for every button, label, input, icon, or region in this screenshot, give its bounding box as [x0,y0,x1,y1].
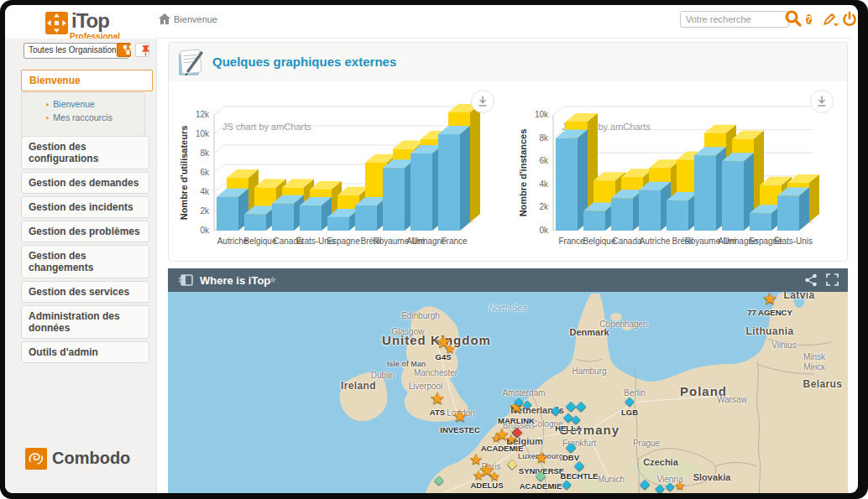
org-hierarchy-icon[interactable] [117,43,131,57]
map-marker-label: LGB [621,408,638,417]
sidebar-item[interactable]: Administration des données [21,305,149,339]
edit-menu-icon[interactable] [822,12,840,30]
map-markers-layer: North SeaEdinburghGlasgowUnited KingdomI… [168,292,848,493]
sidebar-item[interactable]: Gestion des incidents [21,196,149,218]
map-marker-diamond[interactable]: ◆ [656,482,665,493]
map-label: Czechia [643,457,678,468]
combodo-logo[interactable]: Combodo [25,446,151,471]
map-label: North Sea [489,304,526,314]
topbar-divider [156,38,851,39]
sidebar-item[interactable]: Gestion des configurations [21,136,149,169]
map-marker-label: INVESTEC [440,425,480,434]
sidebar-link-bienvenue[interactable]: Bienvenue [53,99,95,109]
svg-text:États-Unis: États-Unis [774,236,813,246]
map-marker-star[interactable]: ★ [675,480,686,491]
map-marker-diamond[interactable]: ◆ [507,457,517,470]
sidebar-item[interactable]: Gestion des demandes [21,172,149,194]
map-marker-diamond[interactable]: ◆ [562,478,572,490]
map-label: Germany [559,423,620,437]
map-marker-diamond[interactable]: ◆ [625,395,635,407]
svg-text:Canada: Canada [612,237,641,246]
svg-text:8k: 8k [200,148,210,158]
svg-text:Nombre d'utilisateurs: Nombre d'utilisateurs [179,126,189,221]
sidebar-item[interactable]: Gestion des changements [21,245,149,278]
map-marker-diamond[interactable]: ◆ [435,474,444,486]
sidebar-link-mes-raccourcis[interactable]: Mes raccourcis [53,112,112,122]
svg-text:8k: 8k [539,133,549,143]
map-panel: Where is iTop ★ [168,268,848,493]
fullscreen-icon[interactable] [826,273,839,289]
map-marker-diamond[interactable]: ◆ [512,425,522,439]
favorite-star-icon[interactable]: ★ [268,273,278,286]
svg-text:Autriche: Autriche [640,237,671,246]
map-marker-diamond[interactable]: ◆ [640,477,650,490]
charts-panel-header: Quelques graphiques externes [169,43,847,81]
map-label: Vilnius [771,340,796,351]
help-icon[interactable]: ? [806,13,812,26]
app-viewport: iTop Professional Bienvenue ? Toutes les… [5,5,858,493]
map-marker-diamond[interactable]: ◆ [515,396,523,407]
map-label: Minsk Мінск [803,352,825,372]
search-input[interactable] [680,11,789,28]
map-marker-diamond[interactable]: ◆ [572,413,580,424]
map-marker-star[interactable]: ★ [473,469,484,481]
map-label: Warsaw [717,395,747,405]
logoff-power-icon[interactable] [842,11,857,29]
home-icon[interactable] [159,13,170,28]
sidebar-item[interactable]: Gestion des services [21,281,149,303]
sidebar-item-bienvenue-active[interactable]: Bienvenue [21,70,153,91]
svg-text:12k: 12k [196,110,210,119]
map-marker-diamond[interactable]: ◆ [552,404,561,416]
help-question-glyph: ? [806,14,812,24]
breadcrumb: Bienvenue [174,14,217,24]
search-icon[interactable] [783,9,803,30]
map-marker-diamond[interactable]: ◆ [523,398,531,409]
chart-download-icon[interactable] [471,90,494,113]
sidebar-item[interactable]: Gestion des problèmes [21,221,149,242]
map-marker-star[interactable]: ★ [452,408,468,424]
svg-text:2k: 2k [539,202,549,211]
map-panel-title: Where is iTop [200,274,270,287]
map-marker-label: ACADEMIE [481,444,524,453]
chart-download-icon[interactable] [810,90,834,113]
map-marker-star[interactable]: ★ [430,390,445,407]
pin-menu-icon[interactable] [135,43,149,57]
map-label: Poland [680,384,727,398]
window-frame: iTop Professional Bienvenue ? Toutes les… [0,0,868,499]
map-marker-star[interactable]: ★ [491,433,501,444]
map-marker-star[interactable]: ★ [489,470,499,482]
chart-3d-columns-users[interactable]: 0k2k4k6k8k10k12kJS chart by amChartsNomb… [177,95,506,262]
itop-logo-text: iTop [71,9,109,33]
organization-select-value: Toutes les Organisations [29,45,121,55]
sidebar-item[interactable]: Outils d'admin [21,341,149,363]
map-marker-star[interactable]: ★ [762,292,777,307]
svg-text:Belgique: Belgique [583,237,616,246]
map-label: Munich [598,475,625,485]
map-label: Ireland [341,381,376,392]
map-label: Denmark [569,327,609,338]
map-marker-star[interactable]: ★ [535,450,548,465]
map-label: Dublin [371,371,395,381]
map-marker-diamond[interactable]: ◆ [566,440,576,453]
map-marker-diamond[interactable]: ◆ [536,469,546,481]
map-marker-diamond[interactable]: ◆ [574,459,584,471]
dashboard-icon[interactable] [178,274,193,289]
map-marker-diamond[interactable]: ◆ [666,481,674,491]
itop-logo[interactable]: iTop Professional [45,11,154,41]
map-label: Latvia [783,292,814,302]
map-label: Slovakia [693,472,731,483]
svg-text:Belgique: Belgique [244,237,277,246]
map-marker-diamond[interactable]: ◆ [576,399,586,412]
map-label: Copenhagen [599,320,647,330]
svg-text:Nombre d'instances: Nombre d'instances [518,129,528,217]
chart-3d-columns-instances[interactable]: 0k2k4k6k8k10kJS chart by amChartsNombre … [516,95,845,262]
map-viewport[interactable]: North SeaEdinburghGlasgowUnited KingdomI… [168,292,848,493]
charts-panel: Quelques graphiques externes 0k2k4k6k8k1… [168,42,848,262]
map-marker-label: ACADEMIE [520,481,562,491]
organization-select[interactable]: Toutes les Organisations ▼ [24,43,128,59]
svg-text:0k: 0k [200,226,210,235]
svg-text:0k: 0k [539,226,549,235]
map-marker-star[interactable]: ★ [444,342,455,355]
share-icon[interactable] [804,273,818,290]
map-label: Manchester [414,368,458,378]
